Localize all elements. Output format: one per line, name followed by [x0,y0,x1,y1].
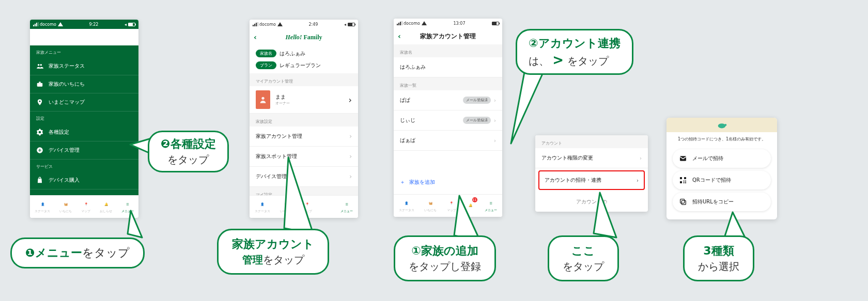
owner-card[interactable]: まま オーナー › [250,86,358,114]
screen-2-settings: docomo 2:49 ◂ ‹ Hello! Family 家族名 はろふぁみ … [250,20,358,218]
tab-map[interactable]: 📍マップ [447,199,456,213]
briefcase-icon: 🧺 [61,200,70,208]
callout-4: ①家族の追加 をタップし登録 [394,235,496,281]
svg-point-6 [718,123,726,128]
tab-status[interactable]: 👤ステータス [255,200,270,214]
battery-icon [128,23,135,26]
signal-bars-icon [33,22,38,26]
chevron-right-icon: › [349,133,352,140]
row-family-spot-mgmt[interactable]: 家族スポット管理 › [250,147,358,167]
tab-status[interactable]: 👤ステータス [399,199,414,213]
callout-sub: をタップ [161,153,216,167]
invite-option-label: QRコードで招待 [692,177,731,184]
owner-role: オーナー [275,101,344,106]
row-family-name: 家族名 はろふぁみ [250,45,358,61]
tab-map[interactable]: 📍マップ [303,200,312,214]
menu-item-device-buy[interactable]: デバイス購入 [30,171,138,189]
tab-map[interactable]: 📍 マップ [81,200,90,214]
invite-topstrip [667,118,777,132]
back-button[interactable]: ‹ [254,33,257,41]
tab-menu[interactable]: ☰メニュー [340,200,353,214]
bell-icon: 🔔 [467,201,475,210]
tab-notice[interactable]: 🔔 おしらせ [100,200,112,214]
family-name-value: はろふぁみ [280,50,305,57]
label-family-name: 家族名 [394,44,502,57]
chevron-right-icon: › [349,153,352,160]
app-header: Hello! Family [30,29,138,45]
row-label: 家族アカウント管理 [256,133,302,140]
chevron-right-icon: › [637,178,639,183]
status-bar: docomo 13:07 [394,19,502,28]
row-invite-link-highlighted[interactable]: アカウントの招待・連携 › [538,170,645,190]
menu-icon: ☰ [123,200,132,208]
section-family-settings: 家族設定 [250,114,358,126]
row-family-account-mgmt[interactable]: 家族アカウント管理 › [250,126,358,147]
callout-bold: ここ [571,244,595,257]
svg-rect-15 [685,182,686,183]
menu-item-imadoko[interactable]: いまどこマップ [30,93,138,112]
label-family-list: 家族一覧 [394,77,502,90]
status-badge: メール登録済 [463,117,491,124]
member-name: ぱぱ [400,97,410,104]
signal-bars-icon [253,22,258,26]
member-row-papa[interactable]: ぱぱ メール登録済 › [394,90,502,110]
plus-icon: ＋ [400,179,405,186]
callout-line2b: をタップ [263,254,304,266]
svg-point-7 [724,124,726,126]
row-plan: プラン レギュラープラン [250,61,358,73]
menu-item-device-mgmt[interactable]: デバイス管理 [30,141,138,160]
tab-ichinichi[interactable]: 🧺いちにち [280,200,292,214]
menu-item-label: 家族ステータス [49,62,85,70]
mail-icon [679,154,687,163]
gear-icon [36,129,43,136]
section-my-account: マイアカウント管理 [250,73,358,86]
member-row-jiji[interactable]: じぃじ メール登録済 › [394,110,502,131]
row-device-mgmt[interactable]: デバイス管理 › [250,167,358,187]
status-bar: docomo 9:22 ◂ [30,20,138,29]
tab-status[interactable]: 👤 ステータス [35,200,50,214]
callout-line2a: 管理 [242,254,263,266]
tab-blank[interactable] [322,202,331,212]
callout-3: 家族アカウント 管理をタップ [217,229,329,275]
invite-options-card: 1つの招待コードにつき、1名様のみ有効です。 メールで招待 QRコードで招待 [667,118,777,219]
row-label: アカウントの [576,198,607,205]
chevron-right-icon: › [349,173,352,180]
callout-suffix: をタップ [567,55,609,67]
menu-item-ichinichi[interactable]: 家族のいちにち [30,75,138,93]
plus-circle-icon [36,147,43,154]
pin-icon [36,99,43,106]
tab-menu[interactable]: ☰メニュー [485,199,497,213]
invite-option-mail[interactable]: メールで招待 [673,149,771,168]
bell-icon: 🔔 [102,200,110,208]
invite-option-qr[interactable]: QRコードで招待 [673,171,771,189]
member-row-baba[interactable]: ばぁば › [394,131,502,151]
tab-ichinichi[interactable]: 🧺 いちにち [59,200,72,214]
chevron-right-icon: › [494,118,496,123]
chevron-right-icon: › [349,95,352,105]
row-change-permission[interactable]: アカウント権限の変更 › [535,148,648,168]
menu-item-settings[interactable]: 各種設定 [30,123,138,141]
battery-icon [348,23,355,26]
chevron-right-icon: > [552,52,564,68]
avatar-image [256,90,270,109]
add-family-button[interactable]: ＋ 家族を追加 [394,171,502,193]
row-account-truncated: アカウントの [535,192,648,212]
invite-option-copy[interactable]: 招待URLをコピー [673,193,771,211]
status-bar: docomo 2:49 ◂ [250,20,358,29]
tab-menu[interactable]: ☰ メニュー [121,200,134,214]
menu-item-label: 各種設定 [49,129,69,136]
svg-rect-14 [684,182,685,183]
svg-point-1 [40,64,42,66]
menu-item-family-status[interactable]: 家族ステータス [30,57,138,75]
carrier-label: docomo [40,22,56,27]
tab-notice[interactable]: 🔔11 [467,201,475,211]
tab-ichinichi[interactable]: 🧺いちにち [424,199,437,213]
svg-point-0 [38,64,40,66]
callout-line1: 家族アカウント [232,237,314,250]
callout-prefix: は、 [529,55,549,67]
callout-6: ここ をタップ [548,235,619,281]
back-button[interactable]: ‹ [398,32,401,40]
callout-sub: から選択 [698,260,739,274]
turtle-icon [716,121,727,129]
battery-icon [492,22,499,25]
